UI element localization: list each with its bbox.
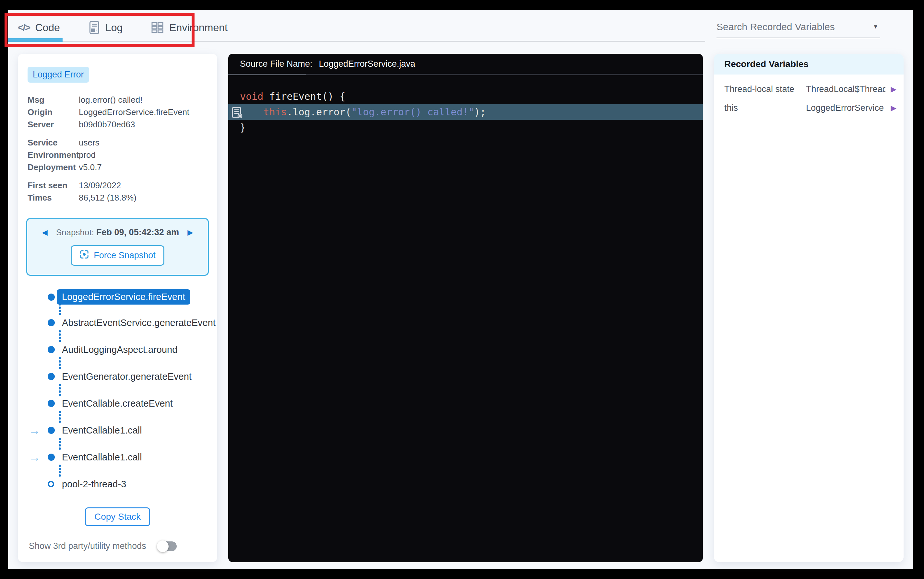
stack-frame-label[interactable]: AbstractEventService.generateEvent — [62, 317, 217, 328]
stack-bullet-icon — [48, 346, 55, 353]
detail-row: Serverb09d0b70ed63 — [18, 118, 217, 131]
stack-connector-dots — [59, 411, 217, 423]
detail-row: OriginLoggedErrorService.fireEvent — [18, 106, 217, 118]
stack-frame-label[interactable]: EventCallable.createEvent — [62, 398, 217, 409]
stack-connector-dots — [59, 438, 217, 450]
detail-value: 86,512 (18.8%) — [79, 191, 208, 204]
recorded-variables-list: Thread-local stateThreadLocal$ThreadL…▶t… — [714, 75, 904, 117]
stack-frame-label[interactable]: EventCallable1.call — [62, 425, 217, 436]
stack-connector-dots — [59, 303, 217, 315]
third-party-toggle-row: Show 3rd party/utility methods — [18, 541, 217, 551]
stack-bullet-icon — [48, 400, 55, 407]
stack-connector-dots — [59, 357, 217, 369]
detail-row: Serviceusers — [18, 136, 217, 149]
snapshot-nav-row: ◀ Snapshot: Feb 09, 05:42:32 am ▶ — [27, 227, 208, 237]
prev-snapshot-arrow-icon[interactable]: ◀ — [42, 228, 48, 237]
stack-frame[interactable]: EventGenerator.generateEvent — [18, 370, 217, 383]
detail-group: Msglog.error() called!OriginLoggedErrorS… — [18, 94, 217, 131]
spacer — [18, 491, 217, 498]
snapshot-nav-text: Snapshot: Feb 09, 05:42:32 am — [56, 227, 179, 237]
stack-frame[interactable]: AuditLoggingAspect.around — [18, 343, 217, 356]
detail-value: log.error() called! — [79, 94, 208, 106]
code-icon: </> — [18, 22, 30, 33]
logged-error-badge: Logged Error — [28, 67, 89, 83]
detail-value: b09d0b70ed63 — [79, 118, 208, 131]
detail-label: Service — [28, 136, 79, 149]
snapshot-timestamp: Feb 09, 05:42:32 am — [96, 227, 179, 237]
detail-row: Times86,512 (18.8%) — [18, 191, 217, 204]
detail-row: First seen13/09/2022 — [18, 179, 217, 191]
variable-name: Thread-local state — [724, 84, 806, 94]
code-line: void fireEvent() { — [228, 89, 703, 104]
main-content: Logged Error Msglog.error() called!Origi… — [18, 54, 904, 562]
stack-bullet-icon — [48, 427, 55, 434]
copy-stack-button[interactable]: Copy Stack — [85, 507, 150, 526]
detail-group: First seen13/09/2022Times86,512 (18.8%) — [18, 179, 217, 204]
tab-environment-label: Environment — [169, 22, 228, 34]
recorded-variables-header: Recorded Variables — [714, 54, 904, 75]
log-icon — [88, 21, 100, 34]
detail-value: LoggedErrorService.fireEvent — [79, 106, 208, 118]
detail-label: Server — [28, 118, 79, 131]
tab-log[interactable]: Log — [88, 21, 123, 34]
tab-code[interactable]: </> Code — [18, 22, 60, 34]
detail-row: Deploymentv5.0.7 — [18, 161, 217, 173]
force-snapshot-button[interactable]: Force Snapshot — [70, 245, 164, 266]
stack-frame[interactable]: EventCallable.createEvent — [18, 397, 217, 410]
stack-list: LoggedErrorService.fireEventAbstractEven… — [18, 290, 217, 491]
code-area: void fireEvent() { this.log.error("log.e… — [228, 75, 703, 136]
stack-frame-label[interactable]: LoggedErrorService.fireEvent — [57, 290, 190, 304]
search-recorded-variables-select[interactable]: Search Recorded Variables ▼ — [716, 21, 880, 38]
error-details: Msglog.error() called!OriginLoggedErrorS… — [18, 94, 217, 209]
detail-row: Environmentprod — [18, 149, 217, 161]
top-bar: </> Code Log — [8, 10, 913, 54]
variable-row[interactable]: Thread-local stateThreadLocal$ThreadL…▶ — [714, 80, 904, 98]
stack-frame-label[interactable]: EventCallable1.call — [62, 452, 217, 463]
dropdown-caret-icon: ▼ — [873, 24, 880, 30]
code-line: this.log.error("log.error() called!"); — [228, 104, 703, 120]
stack-bullet-icon — [48, 373, 55, 380]
snapshot-navigator: ◀ Snapshot: Feb 09, 05:42:32 am ▶ — [26, 218, 209, 276]
source-file-name: LoggedErrorService.java — [319, 59, 415, 69]
stack-frame-label[interactable]: EventGenerator.generateEvent — [62, 371, 217, 382]
stack-bullet-icon — [48, 481, 54, 487]
current-frame-arrow-icon: → — [29, 424, 48, 436]
toggle-knob — [157, 540, 169, 552]
stack-frame-label[interactable]: pool-2-thread-3 — [62, 479, 217, 489]
code-header-divider — [228, 74, 703, 75]
detail-value: prod — [79, 149, 208, 161]
code-editor-header: Source File Name: LoggedErrorService.jav… — [228, 54, 703, 74]
error-panel: Logged Error Msglog.error() called!Origi… — [18, 54, 217, 562]
code-editor-panel: Source File Name: LoggedErrorService.jav… — [228, 54, 703, 562]
variable-value: ThreadLocal$ThreadL… — [806, 84, 885, 94]
tab-environment[interactable]: Environment — [151, 21, 228, 34]
stack-frame-label[interactable]: AuditLoggingAspect.around — [62, 344, 217, 355]
stack-connector-dots — [59, 330, 217, 342]
snapshot-label: Snapshot: — [56, 227, 94, 237]
code-line: } — [228, 120, 703, 136]
stack-frame[interactable]: LoggedErrorService.fireEvent — [18, 290, 217, 302]
next-snapshot-arrow-icon[interactable]: ▶ — [187, 228, 193, 237]
environment-icon — [151, 21, 164, 34]
divider — [26, 498, 209, 498]
code-header-tab-indicator — [228, 74, 306, 75]
third-party-toggle-label: Show 3rd party/utility methods — [29, 541, 146, 551]
third-party-toggle[interactable] — [158, 541, 177, 551]
recorded-variables-panel: Recorded Variables Thread-local stateThr… — [714, 54, 904, 562]
force-snapshot-icon — [79, 250, 89, 262]
stack-frame[interactable]: →EventCallable1.call — [18, 424, 217, 437]
stack-frame[interactable]: pool-2-thread-3 — [18, 478, 217, 491]
stack-frame[interactable]: →EventCallable1.call — [18, 451, 217, 464]
expand-arrow-icon[interactable]: ▶ — [885, 85, 896, 94]
detail-label: Msg — [28, 94, 79, 106]
variable-row[interactable]: thisLoggedErrorService▶ — [714, 98, 904, 117]
expand-arrow-icon[interactable]: ▶ — [885, 104, 896, 113]
detail-label: Environment — [28, 149, 79, 161]
detail-label: Times — [28, 191, 79, 204]
stack-frame[interactable]: AbstractEventService.generateEvent — [18, 316, 217, 329]
force-snapshot-label: Force Snapshot — [94, 250, 156, 260]
tab-bar-divider — [8, 41, 705, 42]
detail-label: First seen — [28, 179, 79, 191]
variable-name: this — [724, 103, 806, 113]
tab-code-label: Code — [35, 22, 60, 34]
